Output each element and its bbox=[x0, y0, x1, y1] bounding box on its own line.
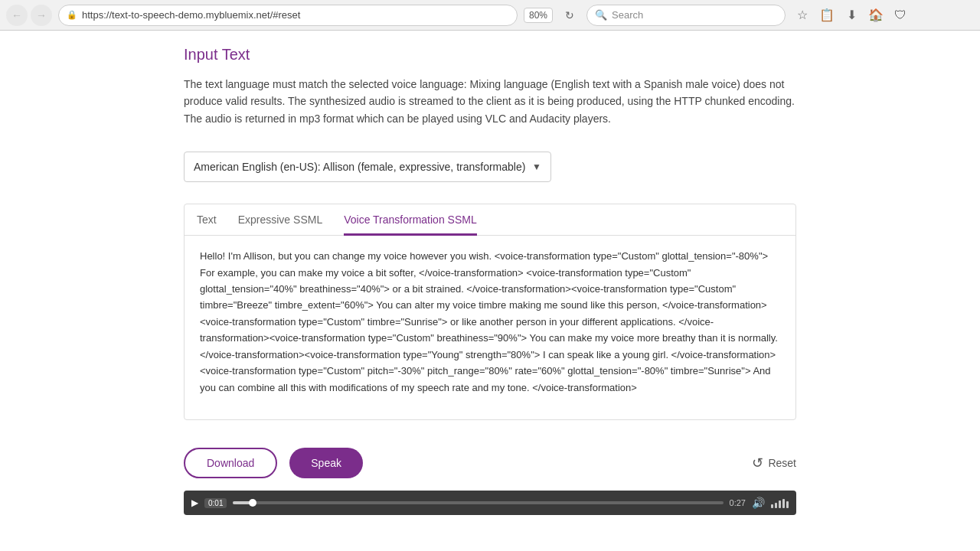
tab-voice-transformation-ssml[interactable]: Voice Transformation SSML bbox=[344, 204, 477, 236]
nav-buttons: ← → bbox=[6, 5, 52, 26]
search-icon: 🔍 bbox=[595, 9, 607, 21]
speak-button[interactable]: Speak bbox=[289, 448, 363, 478]
reset-area[interactable]: ↺ Reset bbox=[752, 455, 796, 471]
play-button[interactable]: ▶ bbox=[191, 497, 198, 508]
reset-icon: ↺ bbox=[752, 455, 763, 471]
reset-label: Reset bbox=[768, 457, 796, 469]
audio-player: ▶ 0:01 0:27 🔊 bbox=[184, 491, 796, 515]
search-placeholder: Search bbox=[612, 9, 643, 21]
progress-track[interactable] bbox=[233, 501, 723, 504]
tab-text[interactable]: Text bbox=[197, 204, 217, 236]
forward-button[interactable]: → bbox=[31, 5, 52, 26]
browser-actions: ☆ 📋 ⬇ 🏠 🛡 bbox=[792, 5, 911, 26]
voice-dropdown-wrapper: American English (en-US): Allison (femal… bbox=[184, 152, 796, 182]
vol-bar-4 bbox=[782, 499, 785, 508]
voice-dropdown[interactable]: American English (en-US): Allison (femal… bbox=[184, 152, 551, 182]
progress-dot bbox=[249, 499, 256, 507]
tabs-container: Text Expressive SSML Voice Transformatio… bbox=[184, 204, 796, 420]
description-text: The text language must match the selecte… bbox=[184, 76, 796, 127]
tab-content-area: Hello! I'm Allison, but you can change m… bbox=[185, 236, 795, 419]
download-button[interactable]: ⬇ bbox=[841, 5, 862, 26]
audio-duration: 0:27 bbox=[730, 498, 746, 507]
url-text: https://text-to-speech-demo.mybluemix.ne… bbox=[82, 9, 509, 21]
search-bar[interactable]: 🔍 Search bbox=[586, 5, 786, 26]
chevron-down-icon: ▼ bbox=[532, 161, 541, 172]
volume-icon[interactable]: 🔊 bbox=[752, 497, 765, 509]
tabs-header: Text Expressive SSML Voice Transformatio… bbox=[185, 204, 795, 236]
volume-bars bbox=[771, 497, 789, 508]
home-button[interactable]: 🏠 bbox=[865, 5, 887, 26]
vol-bar-2 bbox=[775, 503, 777, 508]
vol-bar-5 bbox=[786, 501, 789, 508]
tab-content-text: Hello! I'm Allison, but you can change m… bbox=[200, 248, 780, 396]
download-button[interactable]: Download bbox=[184, 448, 277, 478]
zoom-level[interactable]: 80% bbox=[524, 8, 553, 23]
back-button[interactable]: ← bbox=[6, 5, 28, 26]
address-bar[interactable]: 🔒 https://text-to-speech-demo.mybluemix.… bbox=[58, 5, 518, 26]
browser-chrome: ← → 🔒 https://text-to-speech-demo.myblue… bbox=[0, 0, 980, 31]
bottom-controls: Download Speak ↺ Reset bbox=[184, 435, 796, 491]
voice-selected-label: American English (en-US): Allison (femal… bbox=[194, 161, 525, 173]
bookmark-star-button[interactable]: ☆ bbox=[792, 5, 813, 26]
tab-expressive-ssml[interactable]: Expressive SSML bbox=[238, 204, 322, 236]
reading-list-button[interactable]: 📋 bbox=[816, 5, 838, 26]
extensions-button[interactable]: 🛡 bbox=[890, 5, 911, 26]
current-time: 0:01 bbox=[204, 498, 227, 508]
page-heading: Input Text bbox=[184, 46, 796, 64]
vol-bar-3 bbox=[779, 500, 781, 508]
page-content: Input Text The text language must match … bbox=[0, 31, 980, 551]
vol-bar-1 bbox=[771, 504, 773, 508]
lock-icon: 🔒 bbox=[67, 10, 77, 20]
refresh-button[interactable]: ↻ bbox=[559, 5, 580, 26]
